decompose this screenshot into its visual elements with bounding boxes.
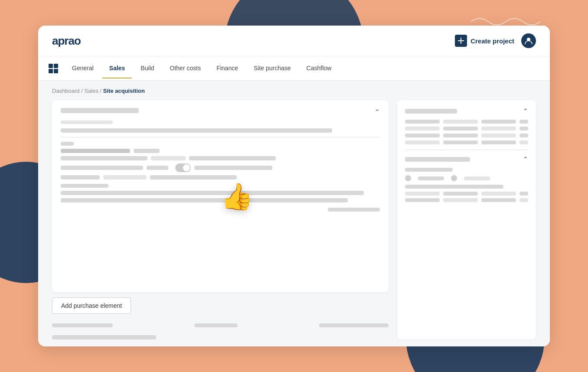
right-title-skel-1 [405, 109, 457, 114]
right-grid-3 [405, 134, 528, 137]
right-panel: ⌃ [397, 100, 536, 339]
bottom-section [52, 323, 389, 327]
user-avatar[interactable] [521, 33, 536, 48]
right-grid-4 [405, 140, 528, 144]
svg-rect-9 [458, 40, 464, 41]
skel-subtitle [61, 121, 113, 124]
right-chevron-up-2[interactable]: ⌃ [523, 155, 528, 163]
tab-build[interactable]: Build [134, 59, 161, 78]
main-card: aprao Create project [38, 26, 550, 346]
right-grid-6 [405, 198, 528, 202]
skel-row-5 [61, 175, 380, 179]
skel-bar-1 [61, 128, 332, 133]
skel-bottom-right [328, 208, 380, 212]
bottom-skel-mid [194, 323, 238, 327]
divider-1 [61, 137, 380, 137]
create-project-button[interactable]: Create project [455, 35, 514, 47]
logo: aprao [52, 34, 81, 48]
right-chevron-up-1[interactable]: ⌃ [523, 107, 528, 115]
right-section-2: ⌃ [405, 155, 528, 207]
right-grid-1 [405, 120, 528, 124]
tab-site-purchase[interactable]: Site purchase [247, 59, 298, 78]
radio-1[interactable] [405, 175, 411, 181]
bottom-long-skel [52, 335, 156, 339]
radio-2[interactable] [451, 175, 457, 181]
skel-row-1 [61, 142, 380, 146]
right-grid-2 [405, 127, 528, 131]
section-title-skel [61, 108, 139, 113]
main-layout: ⌃ [52, 100, 536, 339]
header: aprao Create project [38, 26, 550, 56]
tab-finance[interactable]: Finance [209, 59, 245, 78]
tab-other-costs[interactable]: Other costs [163, 59, 208, 78]
tab-sales[interactable]: Sales [102, 59, 132, 78]
grid-icon[interactable] [49, 64, 58, 73]
right-section-1: ⌃ [405, 107, 528, 150]
main-content-card: ⌃ [52, 100, 389, 292]
thumbs-up-emoji: 👍 [221, 181, 253, 212]
skeleton-rows-1 [61, 142, 380, 179]
skel-row-4 [61, 163, 380, 172]
skel-row-7 [61, 191, 380, 195]
tab-general[interactable]: General [65, 59, 101, 78]
right-grid-5 [405, 192, 528, 196]
toggle-thumb [183, 164, 190, 171]
skeleton-rows-2 [61, 184, 380, 202]
create-project-icon [455, 35, 467, 47]
nav-tabs: General Sales Build Other costs Finance … [38, 56, 550, 81]
bottom-skel-right [319, 323, 389, 327]
section-header-row: ⌃ [61, 108, 380, 116]
left-panel: ⌃ [52, 100, 389, 339]
add-purchase-button[interactable]: Add purchase element [52, 297, 131, 314]
page-content: Dashboard / Sales / Site acquisition ⌃ [38, 81, 550, 346]
skel-row-2 [61, 149, 380, 153]
toggle-switch[interactable] [175, 163, 191, 172]
radio-row-1 [405, 175, 528, 181]
header-right: Create project [455, 33, 536, 48]
breadcrumb: Dashboard / Sales / Site acquisition [52, 88, 536, 94]
chevron-up-button[interactable]: ⌃ [374, 108, 380, 116]
tab-cashflow[interactable]: Cashflow [300, 59, 339, 78]
right-card: ⌃ [397, 100, 536, 339]
skel-row-3 [61, 156, 380, 160]
skel-row-6 [61, 184, 380, 188]
right-skel-sub [405, 168, 453, 172]
skel-row-8 [61, 198, 380, 202]
bottom-skel-left [52, 323, 113, 327]
right-title-skel-2 [405, 157, 470, 162]
